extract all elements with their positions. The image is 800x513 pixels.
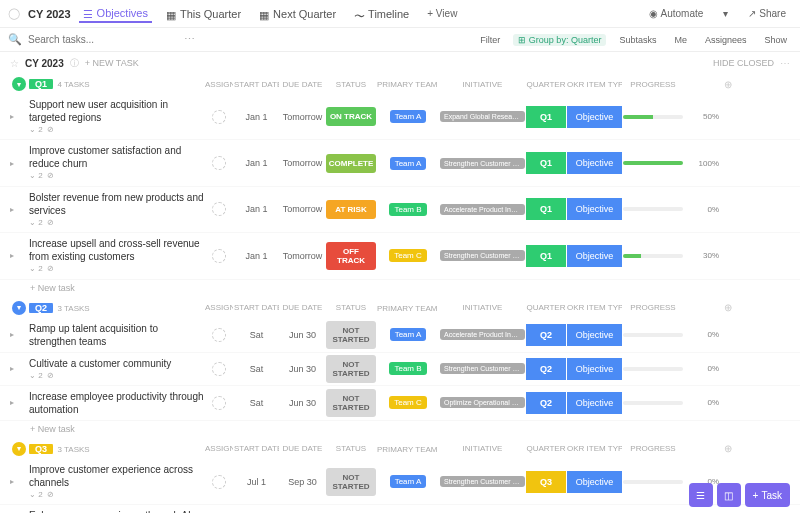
task-button[interactable]: + Task (745, 483, 790, 507)
start-date[interactable]: Jan 1 (234, 109, 279, 125)
progress[interactable] (623, 207, 683, 211)
task-row[interactable]: ▸Improve customer satisfaction and reduc… (0, 140, 800, 186)
okr-type[interactable]: Objective (567, 198, 622, 220)
tab-timeline[interactable]: 〜Timeline (350, 5, 413, 23)
initiative-tag[interactable]: Strengthen Customer Retent... (440, 158, 525, 169)
progress[interactable] (623, 367, 683, 371)
start-date[interactable]: Jan 1 (234, 248, 279, 264)
more-icon[interactable]: ⋯ (184, 33, 195, 46)
more-options[interactable]: ⋯ (780, 58, 790, 69)
task-row[interactable]: ▸Improve customer experience across chan… (0, 459, 800, 505)
start-date[interactable]: Sat (234, 395, 279, 411)
team-tag[interactable]: Team A (390, 110, 427, 123)
status-badge[interactable]: AT RISK (326, 200, 376, 219)
quarter-pill[interactable]: Q3 (29, 444, 53, 454)
tab-next-quarter[interactable]: ▦Next Quarter (255, 5, 340, 23)
task-row[interactable]: ▸Enhance user experience through AI adop… (0, 505, 800, 513)
due-date[interactable]: Tomorrow (280, 248, 325, 264)
okr-type[interactable]: Objective (567, 358, 622, 380)
initiative-tag[interactable]: Strengthen Customer Retent... (440, 476, 525, 487)
start-date[interactable]: Sat (234, 361, 279, 377)
assignee-placeholder[interactable] (212, 362, 226, 376)
due-date[interactable]: Jun 30 (280, 395, 325, 411)
due-date[interactable]: Tomorrow (280, 109, 325, 125)
quarter-cell[interactable]: Q2 (526, 392, 566, 414)
status-badge[interactable]: OFF TRACK (326, 242, 376, 270)
status-badge[interactable]: NOT STARTED (326, 321, 376, 349)
initiative-tag[interactable]: Accelerate Product Innovation (440, 329, 525, 340)
filter-filter[interactable]: Filter (475, 34, 505, 46)
task-row[interactable]: ▸Cultivate a customer community⌄ 2 ⊘SatJ… (0, 353, 800, 386)
due-date[interactable]: Jun 30 (280, 361, 325, 377)
add-view-button[interactable]: + View (421, 6, 463, 21)
quarter-cell[interactable]: Q2 (526, 324, 566, 346)
quick-action-2[interactable]: ◫ (717, 483, 741, 507)
assignee-placeholder[interactable] (212, 475, 226, 489)
assignee-placeholder[interactable] (212, 110, 226, 124)
task-name[interactable]: Cultivate a customer community⌄ 2 ⊘ (29, 355, 204, 383)
status-badge[interactable]: ON TRACK (326, 107, 376, 126)
hide-closed[interactable]: HIDE CLOSED (713, 58, 774, 68)
new-task-top[interactable]: + NEW TASK (85, 58, 139, 68)
filter-subtasks[interactable]: Subtasks (614, 34, 661, 46)
progress[interactable] (623, 401, 683, 405)
okr-type[interactable]: Objective (567, 152, 622, 174)
status-badge[interactable]: NOT STARTED (326, 355, 376, 383)
group-more[interactable]: ⊕ (724, 302, 732, 313)
progress[interactable] (623, 480, 683, 484)
tab-this-quarter[interactable]: ▦This Quarter (162, 5, 245, 23)
expand-icon[interactable]: ▸ (10, 251, 28, 260)
initiative-tag[interactable]: Optimize Operational Efficien... (440, 397, 525, 408)
team-tag[interactable]: Team C (389, 249, 427, 262)
expand-icon[interactable]: ▸ (10, 330, 28, 339)
group-more[interactable]: ⊕ (724, 443, 732, 454)
assignee-placeholder[interactable] (212, 156, 226, 170)
start-date[interactable]: Jan 1 (234, 201, 279, 217)
initiative-tag[interactable]: Accelerate Product Innovation (440, 204, 525, 215)
quarter-cell[interactable]: Q1 (526, 198, 566, 220)
search-input[interactable] (28, 34, 178, 45)
task-name[interactable]: Bolster revenue from new products and se… (29, 189, 204, 230)
filter-assignees[interactable]: Assignees (700, 34, 752, 46)
quarter-cell[interactable]: Q1 (526, 245, 566, 267)
team-tag[interactable]: Team A (390, 328, 427, 341)
info-icon[interactable]: ⓘ (70, 57, 79, 70)
quarter-pill[interactable]: Q2 (29, 303, 53, 313)
filter-me[interactable]: Me (669, 34, 692, 46)
task-name[interactable]: Support new user acquisition in targeted… (29, 96, 204, 137)
status-badge[interactable]: COMPLETE (326, 154, 376, 173)
expand-icon[interactable]: ▸ (10, 159, 28, 168)
progress[interactable] (623, 333, 683, 337)
task-name[interactable]: Improve customer satisfaction and reduce… (29, 142, 204, 183)
filter-group-by--quarter[interactable]: ⊞ Group by: Quarter (513, 34, 606, 46)
group-more[interactable]: ⊕ (724, 79, 732, 90)
automate-button[interactable]: ◉ Automate (643, 6, 710, 21)
start-date[interactable]: Sat (234, 327, 279, 343)
task-name[interactable]: Ramp up talent acquisition to strengthen… (29, 320, 204, 350)
task-row[interactable]: ▸Bolster revenue from new products and s… (0, 187, 800, 233)
expand-icon[interactable]: ▸ (10, 477, 28, 486)
collapse-icon[interactable]: ▾ (12, 77, 26, 91)
team-tag[interactable]: Team B (389, 203, 426, 216)
task-row[interactable]: ▸Ramp up talent acquisition to strengthe… (0, 318, 800, 353)
quarter-cell[interactable]: Q1 (526, 152, 566, 174)
tab-objectives[interactable]: ☰Objectives (79, 5, 152, 23)
status-badge[interactable]: NOT STARTED (326, 389, 376, 417)
assignee-placeholder[interactable] (212, 396, 226, 410)
progress[interactable] (623, 115, 683, 119)
task-name[interactable]: Increase upsell and cross-sell revenue f… (29, 235, 204, 276)
expand-icon[interactable]: ▸ (10, 398, 28, 407)
share-button[interactable]: ↗ Share (742, 6, 792, 21)
task-name[interactable]: Improve customer experience across chann… (29, 461, 204, 502)
okr-type[interactable]: Objective (567, 245, 622, 267)
task-row[interactable]: ▸Support new user acquisition in targete… (0, 94, 800, 140)
progress[interactable] (623, 161, 683, 165)
team-tag[interactable]: Team A (390, 157, 427, 170)
initiative-tag[interactable]: Strengthen Customer Retent... (440, 250, 525, 261)
task-name[interactable]: Enhance user experience through AI adopt… (29, 507, 204, 513)
quarter-pill[interactable]: Q1 (29, 79, 53, 89)
quick-action-1[interactable]: ☰ (689, 483, 713, 507)
okr-type[interactable]: Objective (567, 106, 622, 128)
task-row[interactable]: ▸Increase upsell and cross-sell revenue … (0, 233, 800, 279)
collapse-icon[interactable]: ▾ (12, 301, 26, 315)
